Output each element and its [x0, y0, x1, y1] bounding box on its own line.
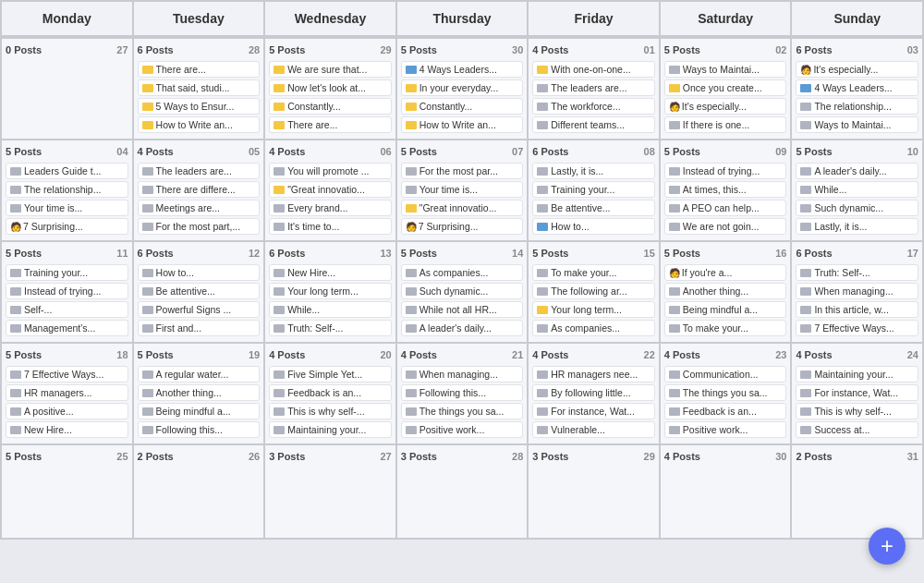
day-cell-week3-thursday[interactable]: 5 Posts14As companies...Such dynamic...W… — [397, 242, 528, 342]
post-item[interactable]: 🧑If you're a... — [664, 264, 787, 281]
day-cell-week4-thursday[interactable]: 4 Posts21When managing...Following this.… — [397, 344, 528, 443]
post-item[interactable]: Being mindful a... — [138, 403, 261, 419]
post-item[interactable]: A PEO can help... — [664, 200, 787, 216]
day-cell-week1-sunday[interactable]: 6 Posts03🧑It's especially...4 Ways Leade… — [792, 39, 922, 139]
post-item[interactable]: While... — [269, 301, 392, 318]
post-item[interactable]: A regular water... — [138, 366, 261, 383]
post-item[interactable]: New Hire... — [269, 264, 392, 281]
post-item[interactable]: Constantly... — [269, 98, 392, 115]
post-item[interactable]: This is why self-... — [796, 403, 918, 419]
post-item[interactable]: 7 Effective Ways... — [6, 366, 128, 383]
post-item[interactable]: Leaders Guide t... — [6, 163, 128, 179]
post-item[interactable]: Your long term... — [532, 301, 655, 318]
day-cell-week4-monday[interactable]: 5 Posts187 Effective Ways...HR managers.… — [2, 344, 132, 443]
day-cell-week1-tuesday[interactable]: 6 Posts28There are...That said, studi...… — [134, 39, 264, 139]
post-item[interactable]: Powerful Signs ... — [138, 301, 261, 318]
post-item[interactable]: With one-on-one... — [532, 61, 655, 78]
post-item[interactable]: Your time is... — [6, 200, 128, 216]
post-item[interactable]: That said, studi... — [138, 79, 261, 96]
day-cell-week5-friday[interactable]: 3 Posts29 — [529, 445, 659, 538]
post-item[interactable]: Training your... — [6, 264, 128, 281]
post-item[interactable]: Another thing... — [138, 384, 261, 401]
post-item[interactable]: Every brand... — [269, 200, 392, 216]
day-cell-week4-saturday[interactable]: 4 Posts23Communication...The things you … — [661, 344, 791, 443]
post-item[interactable]: You will promote ... — [269, 163, 392, 179]
post-item[interactable]: There are differe... — [138, 181, 261, 198]
day-cell-week3-saturday[interactable]: 5 Posts16🧑If you're a...Another thing...… — [661, 242, 791, 342]
post-item[interactable]: New Hire... — [6, 421, 128, 438]
post-item[interactable]: Management's... — [6, 320, 128, 336]
post-item[interactable]: How to... — [138, 264, 261, 281]
day-cell-week2-wednesday[interactable]: 4 Posts06You will promote ..."Great inno… — [265, 140, 395, 240]
post-item[interactable]: 🧑It's especially... — [796, 61, 918, 78]
day-cell-week1-friday[interactable]: 4 Posts01With one-on-one...The leaders a… — [529, 39, 659, 139]
day-cell-week2-thursday[interactable]: 5 Posts07For the most par...Your time is… — [397, 140, 528, 240]
post-item[interactable]: The following ar... — [532, 283, 655, 299]
post-item[interactable]: "Great innovatio... — [401, 200, 524, 216]
post-item[interactable]: As companies... — [401, 264, 524, 281]
post-item[interactable]: When managing... — [401, 366, 524, 383]
post-item[interactable]: Your long term... — [269, 283, 392, 299]
day-cell-week5-sunday[interactable]: 2 Posts31 — [792, 445, 922, 538]
post-item[interactable]: Your time is... — [401, 181, 524, 198]
post-item[interactable]: Different teams... — [532, 116, 655, 133]
post-item[interactable]: For instance, Wat... — [532, 403, 655, 419]
post-item[interactable]: At times, this... — [664, 181, 787, 198]
post-item[interactable]: Feedback is an... — [269, 384, 392, 401]
post-item[interactable]: Communication... — [664, 366, 787, 383]
post-item[interactable]: To make your... — [664, 320, 787, 336]
post-item[interactable]: The relationship... — [6, 181, 128, 198]
post-item[interactable]: As companies... — [532, 320, 655, 336]
post-item[interactable]: Truth: Self-... — [796, 264, 918, 281]
post-item[interactable]: Following this... — [138, 421, 261, 438]
post-item[interactable]: Such dynamic... — [401, 283, 524, 299]
post-item[interactable]: 🧑It's especially... — [664, 98, 787, 115]
post-item[interactable]: A positive... — [6, 403, 128, 419]
post-item[interactable]: Now let's look at... — [269, 79, 392, 96]
post-item[interactable]: 5 Ways to Ensur... — [138, 98, 261, 115]
post-item[interactable]: We are sure that... — [269, 61, 392, 78]
post-item[interactable]: When managing... — [796, 283, 918, 299]
post-item[interactable]: 4 Ways Leaders... — [401, 61, 524, 78]
post-item[interactable]: Feedback is an... — [664, 403, 787, 419]
post-item[interactable]: A leader's daily... — [401, 320, 524, 336]
post-item[interactable]: The things you sa... — [401, 403, 524, 419]
post-item[interactable]: Five Simple Yet... — [269, 366, 392, 383]
day-cell-week4-friday[interactable]: 4 Posts22HR managers nee...By following … — [529, 344, 659, 443]
day-cell-week3-wednesday[interactable]: 6 Posts13New Hire...Your long term...Whi… — [265, 242, 395, 342]
post-item[interactable]: Be attentive... — [138, 283, 261, 299]
day-cell-week1-wednesday[interactable]: 5 Posts29We are sure that...Now let's lo… — [265, 39, 395, 139]
post-item[interactable]: If there is one... — [664, 116, 787, 133]
post-item[interactable]: Ways to Maintai... — [664, 61, 787, 78]
day-cell-week4-wednesday[interactable]: 4 Posts20Five Simple Yet...Feedback is a… — [265, 344, 395, 443]
post-item[interactable]: There are... — [269, 116, 392, 133]
post-item[interactable]: Such dynamic... — [796, 200, 918, 216]
post-item[interactable]: Meetings are... — [138, 200, 261, 216]
post-item[interactable]: A leader's daily... — [796, 163, 918, 179]
post-item[interactable]: How to... — [532, 218, 655, 235]
post-item[interactable]: The leaders are... — [138, 163, 261, 179]
post-item[interactable]: Be attentive... — [532, 200, 655, 216]
post-item[interactable]: Lastly, it is... — [796, 218, 918, 235]
day-cell-week5-thursday[interactable]: 3 Posts28 — [397, 445, 528, 538]
post-item[interactable]: Constantly... — [401, 98, 524, 115]
post-item[interactable]: There are... — [138, 61, 261, 78]
day-cell-week5-tuesday[interactable]: 2 Posts26 — [134, 445, 264, 538]
post-item[interactable]: In your everyday... — [401, 79, 524, 96]
post-item[interactable]: It's time to... — [269, 218, 392, 235]
post-item[interactable]: 🧑7 Surprising... — [6, 218, 128, 235]
post-item[interactable]: First and... — [138, 320, 261, 336]
day-cell-week1-saturday[interactable]: 5 Posts02Ways to Maintai...Once you crea… — [661, 39, 791, 139]
day-cell-week3-monday[interactable]: 5 Posts11Training your...Instead of tryi… — [2, 242, 132, 342]
post-item[interactable]: Another thing... — [664, 283, 787, 299]
day-cell-week5-saturday[interactable]: 4 Posts30 — [661, 445, 791, 538]
post-item[interactable]: 🧑7 Surprising... — [401, 218, 524, 235]
post-item[interactable]: 7 Effective Ways... — [796, 320, 918, 336]
post-item[interactable]: While... — [796, 181, 918, 198]
post-item[interactable]: By following little... — [532, 384, 655, 401]
day-cell-week2-friday[interactable]: 6 Posts08Lastly, it is...Training your..… — [529, 140, 659, 240]
post-item[interactable]: Being mindful a... — [664, 301, 787, 318]
post-item[interactable]: Positive work... — [401, 421, 524, 438]
day-cell-week3-friday[interactable]: 5 Posts15To make your...The following ar… — [529, 242, 659, 342]
day-cell-week3-tuesday[interactable]: 6 Posts12How to...Be attentive...Powerfu… — [134, 242, 264, 342]
